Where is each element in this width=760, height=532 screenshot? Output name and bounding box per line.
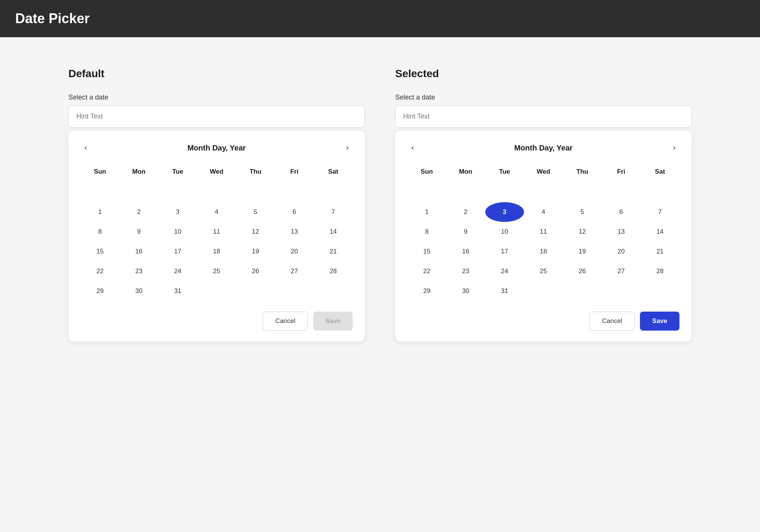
calendar-day[interactable]: 11: [524, 222, 563, 242]
table-row: 15161718192021: [407, 242, 679, 261]
calendar-day[interactable]: 20: [275, 242, 314, 261]
calendar-day[interactable]: 28: [641, 261, 679, 281]
selected-cal-grid: Sun Mon Tue Wed Thu Fri Sat 123456789101…: [407, 165, 679, 301]
selected-day-thu: Thu: [563, 165, 602, 182]
calendar-day[interactable]: 6: [602, 202, 640, 222]
table-row: 1234567: [81, 202, 353, 222]
calendar-day[interactable]: 30: [446, 281, 485, 301]
calendar-day[interactable]: 23: [446, 261, 485, 281]
default-picker-section: Default Select a date ‹ Month Day, Year …: [68, 68, 365, 341]
calendar-day[interactable]: 23: [119, 261, 158, 281]
calendar-day: [602, 281, 640, 301]
calendar-day: [602, 182, 640, 202]
calendar-day[interactable]: 16: [119, 242, 158, 261]
selected-input-wrapper: [395, 105, 692, 128]
calendar-day[interactable]: 8: [81, 222, 119, 242]
calendar-day: [119, 182, 158, 202]
calendar-day[interactable]: 24: [485, 261, 524, 281]
default-cal-grid: Sun Mon Tue Wed Thu Fri Sat 123456789101…: [81, 165, 353, 301]
table-row: 1234567: [407, 202, 679, 222]
calendar-day[interactable]: 28: [314, 261, 353, 281]
calendar-day[interactable]: 15: [81, 242, 119, 261]
default-prev-btn[interactable]: ‹: [81, 141, 91, 154]
selected-cal-header: ‹ Month Day, Year ›: [407, 141, 679, 154]
table-row: 22232425262728: [407, 261, 679, 281]
calendar-day[interactable]: 10: [485, 222, 524, 242]
calendar-day[interactable]: 24: [158, 261, 197, 281]
selected-cancel-button[interactable]: Cancel: [589, 312, 635, 331]
calendar-day[interactable]: 3: [485, 202, 524, 222]
calendar-day[interactable]: 22: [81, 261, 119, 281]
table-row: 891011121314: [81, 222, 353, 242]
calendar-day[interactable]: 11: [197, 222, 236, 242]
calendar-day[interactable]: 13: [275, 222, 314, 242]
calendar-day[interactable]: 19: [563, 242, 602, 261]
selected-prev-btn[interactable]: ‹: [407, 141, 418, 154]
calendar-day[interactable]: 17: [485, 242, 524, 261]
default-day-wed: Wed: [197, 165, 236, 182]
default-day-sun: Sun: [81, 165, 119, 182]
calendar-day[interactable]: 12: [236, 222, 275, 242]
default-cancel-button[interactable]: Cancel: [263, 312, 308, 331]
calendar-day[interactable]: 19: [236, 242, 275, 261]
calendar-day[interactable]: 10: [158, 222, 197, 242]
calendar-day[interactable]: 7: [314, 202, 353, 222]
calendar-day[interactable]: 6: [275, 202, 314, 222]
default-day-tue: Tue: [158, 165, 197, 182]
calendar-day[interactable]: 25: [524, 261, 563, 281]
calendar-day[interactable]: 31: [485, 281, 524, 301]
calendar-day: [81, 182, 119, 202]
calendar-day[interactable]: 14: [641, 222, 679, 242]
calendar-day[interactable]: 25: [197, 261, 236, 281]
calendar-day[interactable]: 4: [197, 202, 236, 222]
calendar-day[interactable]: 26: [236, 261, 275, 281]
calendar-day[interactable]: 29: [407, 281, 446, 301]
calendar-day[interactable]: 1: [81, 202, 119, 222]
calendar-day[interactable]: 12: [563, 222, 602, 242]
calendar-day[interactable]: 22: [407, 261, 446, 281]
calendar-day[interactable]: 20: [602, 242, 640, 261]
calendar-day[interactable]: 8: [407, 222, 446, 242]
default-save-button[interactable]: Save: [313, 312, 353, 331]
calendar-day[interactable]: 27: [275, 261, 314, 281]
selected-days-row: Sun Mon Tue Wed Thu Fri Sat: [407, 165, 679, 182]
calendar-day[interactable]: 27: [602, 261, 640, 281]
calendar-day[interactable]: 3: [158, 202, 197, 222]
calendar-day: [158, 182, 197, 202]
calendar-day[interactable]: 7: [641, 202, 679, 222]
default-next-btn[interactable]: ›: [342, 141, 353, 154]
calendar-day[interactable]: 31: [158, 281, 197, 301]
calendar-day[interactable]: 2: [446, 202, 485, 222]
selected-save-button[interactable]: Save: [640, 312, 679, 331]
table-row: 293031: [81, 281, 353, 301]
calendar-day[interactable]: 17: [158, 242, 197, 261]
calendar-day[interactable]: 5: [236, 202, 275, 222]
calendar-day[interactable]: 30: [119, 281, 158, 301]
calendar-day[interactable]: 15: [407, 242, 446, 261]
selected-day-mon: Mon: [446, 165, 485, 182]
calendar-day[interactable]: 16: [446, 242, 485, 261]
calendar-day[interactable]: 2: [119, 202, 158, 222]
calendar-day[interactable]: 9: [119, 222, 158, 242]
default-cal-header: ‹ Month Day, Year ›: [81, 141, 353, 154]
calendar-day[interactable]: 21: [314, 242, 353, 261]
calendar-day[interactable]: 29: [81, 281, 119, 301]
calendar-day[interactable]: 9: [446, 222, 485, 242]
calendar-day: [314, 281, 353, 301]
table-row: 891011121314: [407, 222, 679, 242]
calendar-day[interactable]: 13: [602, 222, 640, 242]
default-date-input[interactable]: [68, 105, 365, 128]
selected-day-fri: Fri: [602, 165, 640, 182]
selected-next-btn[interactable]: ›: [669, 141, 679, 154]
calendar-day[interactable]: 26: [563, 261, 602, 281]
calendar-day[interactable]: 18: [524, 242, 563, 261]
calendar-day[interactable]: 18: [197, 242, 236, 261]
selected-date-input[interactable]: [395, 105, 692, 128]
calendar-day[interactable]: 5: [563, 202, 602, 222]
selected-day-tue: Tue: [485, 165, 524, 182]
calendar-day[interactable]: 1: [407, 202, 446, 222]
calendar-day[interactable]: 14: [314, 222, 353, 242]
calendar-day[interactable]: 21: [641, 242, 679, 261]
calendar-day: [275, 182, 314, 202]
calendar-day[interactable]: 4: [524, 202, 563, 222]
